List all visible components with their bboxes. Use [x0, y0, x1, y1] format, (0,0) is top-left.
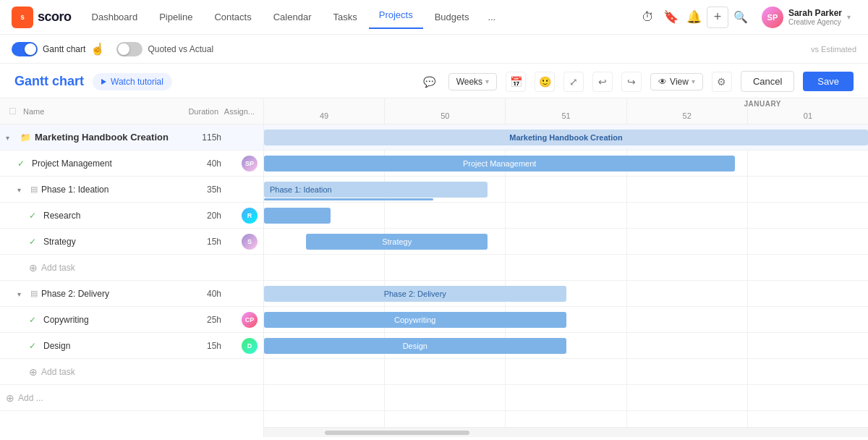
- week-col-49: 49: [264, 98, 385, 124]
- expand-icon[interactable]: ⤢: [563, 72, 584, 92]
- gantt-bar[interactable]: [264, 208, 331, 224]
- gantt-bar[interactable]: Strategy: [306, 234, 488, 250]
- avatar: R: [242, 208, 258, 224]
- gantt-row: [264, 359, 868, 385]
- bell-icon[interactable]: 🔔: [684, 7, 705, 28]
- check-icon: ✓: [29, 237, 36, 247]
- row-duration: 35h: [178, 185, 221, 195]
- play-icon: [101, 79, 106, 85]
- list-item: ▾ 📁 Marketing Handbook Creation 115h: [0, 124, 263, 151]
- phase-icon: ▤: [30, 185, 38, 194]
- row-name: Design: [43, 341, 70, 351]
- vs-estimated-label: vs Estimated: [811, 45, 856, 54]
- nav-item-projects[interactable]: Projects: [369, 5, 423, 29]
- list-item: ✓ Design 15h D: [0, 333, 263, 359]
- logo[interactable]: s scoro: [12, 7, 72, 28]
- gantt-bar[interactable]: Phase 1: Ideation: [264, 182, 488, 198]
- watch-tutorial-button[interactable]: Watch tutorial: [93, 73, 172, 90]
- row-duration: 40h: [178, 158, 221, 169]
- quoted-vs-actual-label: Quoted vs Actual: [148, 44, 213, 54]
- row-name: Copywriting: [43, 315, 89, 325]
- list-item[interactable]: ⊕ Add task: [0, 255, 263, 281]
- smiley-icon[interactable]: 🙂: [535, 72, 555, 92]
- nav-item-calendar[interactable]: Calendar: [263, 7, 322, 27]
- view-button[interactable]: 👁 View ▾: [650, 73, 703, 90]
- scrollbar-thumb[interactable]: [325, 431, 469, 435]
- avatar: D: [242, 338, 258, 354]
- phase-icon: ▤: [30, 289, 38, 298]
- row-assign: S: [221, 234, 258, 250]
- list-item: ▾ ▤ Phase 1: Ideation 35h: [0, 177, 263, 203]
- nav-item-dashboard[interactable]: Dashboard: [82, 7, 148, 27]
- assigned-col-header: Assign...: [218, 107, 255, 116]
- gantt-bar[interactable]: Copywriting: [264, 312, 566, 328]
- comment-icon[interactable]: 💬: [420, 72, 440, 92]
- row-duration: 15h: [178, 341, 221, 351]
- nav-item-budgets[interactable]: Budgets: [425, 7, 480, 27]
- nav-item-contacts[interactable]: Contacts: [204, 7, 261, 27]
- list-item[interactable]: ⊕ Add ...: [0, 385, 263, 411]
- row-duration: 115h: [178, 132, 221, 143]
- cursor-indicator: ☝: [90, 42, 105, 56]
- quoted-vs-actual-toggle-group: Quoted vs Actual: [116, 42, 213, 56]
- week-num: 50: [441, 111, 449, 120]
- cancel-button[interactable]: Cancel: [741, 71, 794, 92]
- list-item: ✓ Research 20h R: [0, 203, 263, 229]
- row-duration: 20h: [178, 211, 221, 221]
- gantt-row: Copywriting: [264, 307, 868, 333]
- check-icon: ✓: [17, 158, 25, 169]
- add-group-icon: ⊕: [6, 392, 14, 404]
- gantt-bar[interactable]: Marketing Handbook Creation: [264, 130, 868, 145]
- gantt-chart-toggle[interactable]: [12, 42, 38, 56]
- week-num: 51: [561, 111, 570, 120]
- weeks-dropdown[interactable]: Weeks ▾: [448, 73, 497, 90]
- horizontal-scrollbar[interactable]: [264, 427, 868, 437]
- avatar: CP: [242, 312, 258, 328]
- row-duration: 25h: [178, 315, 221, 325]
- search-icon[interactable]: 🔍: [730, 7, 752, 28]
- expand-icon[interactable]: ▾: [17, 186, 21, 194]
- check-icon: ✓: [29, 315, 36, 325]
- chevron-down-icon: ▾: [692, 77, 695, 85]
- row-assign: R: [221, 208, 258, 224]
- save-button[interactable]: Save: [803, 72, 854, 91]
- gantt-row: Phase 1: Ideation: [264, 177, 868, 203]
- expand-icon[interactable]: ▾: [17, 290, 21, 298]
- row-duration: 40h: [178, 289, 221, 299]
- list-item[interactable]: ⊕ Add task: [0, 359, 263, 385]
- nav-item-pipeline[interactable]: Pipeline: [149, 7, 203, 27]
- gantt-chart-toggle-label: Gantt chart: [43, 44, 85, 54]
- left-panel: ☐ Name Duration Assign... ▾ 📁 Marketing …: [0, 98, 264, 437]
- checkbox-col: ☐: [9, 106, 23, 117]
- add-group-label: Add ...: [18, 393, 43, 403]
- settings-icon[interactable]: ⚙: [712, 72, 732, 92]
- redo-icon[interactable]: ↪: [621, 72, 642, 92]
- gantt-header: Gantt chart Watch tutorial 💬 Weeks ▾ 📅 🙂…: [0, 64, 868, 98]
- user-profile[interactable]: SP Sarah Parker Creative Agency ▾: [756, 4, 856, 31]
- gantt-bar[interactable]: Phase 2: Delivery: [264, 286, 566, 302]
- list-item: ▾ ▤ Phase 2: Delivery 40h: [0, 281, 263, 307]
- avatar: S: [242, 234, 258, 250]
- nav-item-more[interactable]: ...: [480, 7, 503, 27]
- week-col-52: 52: [627, 98, 748, 124]
- gantt-bar[interactable]: Design: [264, 338, 566, 354]
- undo-icon[interactable]: ↩: [592, 72, 613, 92]
- expand-icon[interactable]: ▾: [6, 134, 9, 142]
- add-task-icon: ⊕: [29, 262, 38, 274]
- row-name: Phase 1: Ideation: [41, 185, 109, 195]
- gantt-bar[interactable]: Project Management: [264, 156, 735, 172]
- bookmark-icon[interactable]: 🔖: [660, 7, 682, 28]
- row-name: Strategy: [43, 237, 76, 247]
- nav-item-tasks[interactable]: Tasks: [323, 7, 367, 27]
- row-assign: D: [221, 338, 258, 354]
- quoted-vs-actual-toggle[interactable]: [116, 42, 142, 56]
- check-icon: ✓: [29, 341, 36, 351]
- timer-icon[interactable]: ⏱: [637, 7, 659, 28]
- add-icon[interactable]: +: [707, 7, 728, 28]
- calendar-icon[interactable]: 📅: [506, 72, 526, 92]
- row-name: Research: [43, 211, 80, 221]
- column-headers: ☐ Name Duration Assign...: [0, 98, 263, 124]
- row-name: Phase 2: Delivery: [41, 289, 109, 299]
- add-task-label: Add task: [41, 263, 75, 273]
- duration-col-header: Duration: [175, 107, 218, 116]
